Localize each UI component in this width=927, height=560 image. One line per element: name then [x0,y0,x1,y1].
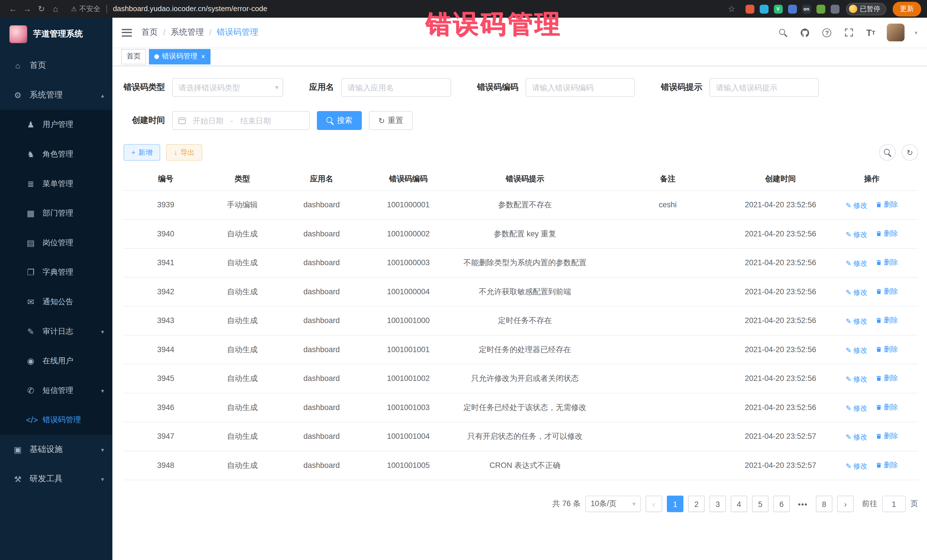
sidebar-item[interactable]: ✎ 审计日志 ▾ [0,317,112,346]
page-button[interactable]: 1 [667,496,684,512]
sidebar-item[interactable]: ⌂ 首页 [0,51,112,80]
github-icon[interactable] [799,27,811,38]
start-date-input[interactable] [190,116,226,125]
table-row: 3946 自动生成 dashboard 1001001003 定时任务已经处于该… [123,393,918,422]
tampermonkey-extension-icon[interactable] [816,5,825,14]
delete-link[interactable]: 删除 [875,257,898,267]
page-button[interactable]: 4 [731,496,747,512]
date-range-picker[interactable]: - [172,111,310,130]
sidebar-item[interactable]: ♞ 角色管理 [0,140,112,169]
edit-link[interactable]: 修改 [845,316,868,326]
adblock-extension-icon[interactable] [745,5,754,14]
breadcrumb-system[interactable]: 系统管理 [171,27,204,38]
user-avatar[interactable] [887,24,904,41]
apps-grid-extension-icon[interactable] [788,5,797,14]
edit-link[interactable]: 修改 [845,460,868,471]
bookmark-star-icon[interactable] [725,4,739,14]
browser-home-icon[interactable] [49,4,63,14]
delete-link[interactable]: 删除 [875,199,898,209]
toggle-search-button[interactable] [879,144,896,161]
trash-icon [875,461,882,468]
browser-back-icon[interactable] [6,4,20,14]
edit-link[interactable]: 修改 [845,403,868,413]
avatar-dropdown-icon[interactable] [915,29,917,36]
sidebar-item[interactable]: ▦ 部门管理 [0,199,112,228]
help-icon[interactable]: ? [821,27,833,38]
tab-error-code[interactable]: 错误码管理 [149,49,211,64]
end-date-input[interactable] [237,116,274,125]
sidebar-item[interactable]: ⚒ 研发工具 ▾ [0,464,112,494]
cell-code: 1001000004 [366,278,450,307]
address-bar[interactable]: 不安全 dashboard.yudao.iocoder.cn/system/er… [71,4,719,14]
search-button[interactable]: 搜索 [317,111,362,130]
header-search-icon[interactable] [778,27,789,38]
cell-id: 3947 [123,422,208,451]
type-select[interactable] [172,78,283,97]
delete-link[interactable]: 删除 [875,373,898,383]
sidebar-item[interactable]: ✉ 通知公告 [0,287,112,317]
sidebar-item[interactable]: ◉ 在线用户 [0,346,112,376]
page-button[interactable]: 5 [752,496,768,512]
app-logo[interactable]: 芋道管理系统 [0,18,112,51]
column-header: 创建时间 [736,168,825,190]
delete-link[interactable]: 删除 [875,460,898,470]
edit-link[interactable]: 修改 [845,258,868,268]
delete-link[interactable]: 删除 [875,315,898,325]
sidebar-item[interactable]: ▤ 岗位管理 [0,228,112,258]
tab-home[interactable]: 首页 [121,49,146,64]
announcement-icon: ✉ [26,297,35,307]
onetab-extension-icon[interactable]: on [802,5,811,14]
refresh-table-button[interactable] [902,144,918,161]
page-button[interactable]: ••• [795,496,811,512]
fullscreen-icon[interactable] [843,27,855,38]
page-size-select[interactable]: 10条/页 [585,496,641,512]
sidebar-item[interactable]: </> 错误码管理 [0,405,112,435]
page-button[interactable]: 6 [773,496,790,512]
edit-link[interactable]: 修改 [845,200,868,211]
navbar-actions: ? TT [778,24,918,41]
browser-forward-icon[interactable] [20,4,34,14]
font-size-icon[interactable]: TT [865,27,877,38]
colorpicker-extension-icon[interactable] [759,5,768,14]
sidebar-item[interactable]: ✆ 短信管理 ▾ [0,376,112,405]
browser-toolbar-right: V on 已暂停 更新 [725,2,921,16]
add-button[interactable]: 新增 [123,144,160,161]
delete-link[interactable]: 删除 [875,228,898,239]
puzzle-extension-icon[interactable] [830,5,839,14]
edit-link[interactable]: 修改 [845,287,868,297]
sidebar-item[interactable]: ⚙ 系统管理 ▴ [0,80,112,110]
goto-page-input[interactable] [882,496,906,512]
delete-link[interactable]: 删除 [875,431,898,441]
page-button[interactable]: 2 [688,496,705,512]
sidebar-item[interactable]: ▣ 基础设施 ▾ [0,435,112,464]
browser-update-button[interactable]: 更新 [893,2,921,16]
code-input[interactable] [526,78,635,97]
prev-page-button[interactable] [646,496,662,512]
cell-created: 2021-04-20 23:52:56 [736,190,825,220]
delete-link[interactable]: 删除 [875,402,898,412]
sidebar-item[interactable]: ♟ 用户管理 [0,110,112,140]
delete-link[interactable]: 删除 [875,344,898,354]
sidebar-item[interactable]: ❐ 字典管理 [0,258,112,287]
edit-link[interactable]: 修改 [845,431,868,442]
page-url: dashboard.yudao.iocoder.cn/system/error-… [113,5,267,13]
reset-button[interactable]: 重置 [369,111,412,130]
breadcrumb-home[interactable]: 首页 [141,27,158,38]
edit-link[interactable]: 修改 [845,345,868,355]
page-button[interactable]: 8 [816,496,832,512]
app-input[interactable] [341,78,451,97]
browser-reload-icon[interactable] [34,4,49,14]
edit-link[interactable]: 修改 [845,373,868,384]
page-button[interactable]: 3 [710,496,726,512]
export-button[interactable]: 导出 [166,144,202,161]
hint-input[interactable] [710,78,819,97]
cell-remark [600,248,736,278]
next-page-button[interactable] [837,496,854,512]
delete-link[interactable]: 删除 [875,286,898,296]
edit-link[interactable]: 修改 [845,229,868,240]
close-tab-icon[interactable] [201,52,205,61]
hamburger-icon[interactable] [122,29,132,36]
sidebar-item[interactable]: ≣ 菜单管理 [0,169,112,199]
vue-devtools-extension-icon[interactable]: V [774,5,783,14]
paused-pill[interactable]: 已暂停 [846,3,886,15]
